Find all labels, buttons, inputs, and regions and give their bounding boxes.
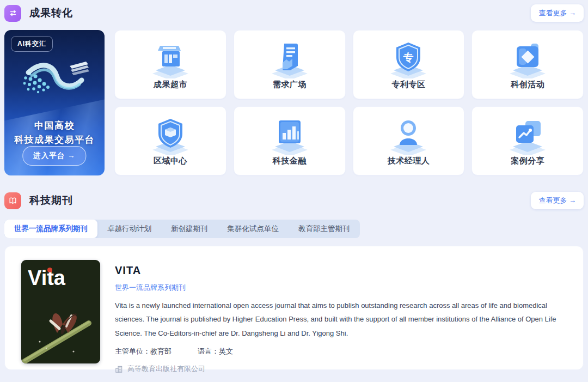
feature-label: 案例分享 bbox=[511, 156, 544, 166]
journal-tabs: 世界一流品牌系列期刊 卓越行动计划 新创建期刊 集群化试点单位 教育部主管期刊 bbox=[4, 220, 360, 238]
svg-text:专: 专 bbox=[403, 52, 414, 63]
journal-publisher-row: 高等教育出版社有限公司 bbox=[115, 364, 567, 374]
journal-name: VITA bbox=[115, 264, 567, 277]
journal-section-title: 科技期刊 bbox=[29, 193, 73, 208]
transfer-arrows-icon bbox=[4, 5, 21, 22]
language-value: 英文 bbox=[219, 347, 233, 355]
transform-section-title: 成果转化 bbox=[29, 6, 73, 20]
language-label: 语言： bbox=[198, 347, 219, 355]
feature-card-patent-zone[interactable]: 专 专利专区 bbox=[353, 30, 465, 99]
journal-meta: 主管单位：教育部 语言：英文 bbox=[115, 347, 567, 356]
feature-card-innovation-activity[interactable]: 科创活动 bbox=[471, 30, 584, 99]
finance-chart-icon bbox=[269, 113, 310, 155]
transform-section-header: 成果转化 查看更多 → bbox=[4, 3, 584, 23]
journal-category-link[interactable]: 世界一流品牌系列期刊 bbox=[115, 283, 186, 293]
journal-view-more-button[interactable]: 查看更多 → bbox=[531, 192, 584, 209]
banner-title-line2: 科技成果交易平台 bbox=[4, 133, 105, 147]
feature-card-tech-finance[interactable]: 科技金融 bbox=[234, 106, 346, 175]
feature-grid: 成果超市 需求广场 bbox=[114, 30, 584, 175]
tab-excellence-plan[interactable]: 卓越行动计划 bbox=[97, 220, 161, 238]
feature-label: 专利专区 bbox=[391, 80, 425, 90]
feature-label: 区域中心 bbox=[154, 156, 187, 166]
patent-shield-icon: 专 bbox=[388, 37, 429, 78]
feature-card-achievement-market[interactable]: 成果超市 bbox=[114, 30, 226, 99]
region-shield-icon bbox=[150, 113, 191, 155]
feature-card-regional-center[interactable]: 区域中心 bbox=[114, 106, 226, 175]
demand-document-icon bbox=[269, 37, 310, 78]
platform-logo-icon bbox=[17, 56, 91, 106]
supervisor-label: 主管单位： bbox=[115, 347, 150, 355]
feature-label: 成果超市 bbox=[154, 80, 187, 90]
journal-section: 科技期刊 查看更多 → 世界一流品牌系列期刊 卓越行动计划 新创建期刊 集群化试… bbox=[4, 191, 584, 370]
journal-section-header: 科技期刊 查看更多 → bbox=[4, 191, 584, 210]
feature-label: 科创活动 bbox=[511, 80, 544, 90]
banner-title: 中国高校 科技成果交易平台 bbox=[4, 119, 105, 148]
journal-language: 语言：英文 bbox=[198, 347, 233, 356]
feature-label: 需求广场 bbox=[273, 80, 307, 90]
tab-moe-supervised[interactable]: 教育部主管期刊 bbox=[289, 220, 360, 238]
tab-world-class-brand[interactable]: 世界一流品牌系列期刊 bbox=[4, 220, 97, 238]
supervisor-value: 教育部 bbox=[150, 347, 171, 355]
journal-info: VITA 世界一流品牌系列期刊 Vita is a newly launched… bbox=[115, 260, 567, 356]
journal-description: Vita is a newly launched international o… bbox=[115, 299, 567, 340]
tab-newly-created[interactable]: 新创建期刊 bbox=[161, 220, 218, 238]
open-book-icon bbox=[4, 192, 21, 209]
page: 成果转化 查看更多 → AI科交汇 bbox=[0, 3, 588, 370]
journal-supervisor: 主管单位：教育部 bbox=[115, 347, 171, 356]
enter-platform-button[interactable]: 进入平台 → bbox=[22, 146, 86, 166]
case-share-icon bbox=[507, 113, 548, 155]
journal-card-vita[interactable]: Vita VITA 世界一流品牌系列期刊 Vita is a newly lau… bbox=[4, 246, 584, 370]
banner-ai-badge: AI科交汇 bbox=[11, 36, 53, 52]
banner-title-line1: 中国高校 bbox=[4, 119, 105, 133]
activity-box-icon bbox=[507, 37, 548, 78]
feature-card-case-share[interactable]: 案例分享 bbox=[471, 106, 584, 175]
publisher-building-icon bbox=[115, 365, 123, 373]
feature-label: 技术经理人 bbox=[388, 156, 430, 166]
journal-publisher: 高等教育出版社有限公司 bbox=[127, 364, 205, 374]
transform-section-body: AI科交汇 bbox=[4, 30, 584, 175]
feature-card-tech-manager[interactable]: 技术经理人 bbox=[353, 106, 465, 175]
platform-banner[interactable]: AI科交汇 bbox=[4, 30, 105, 175]
journal-cover-text: Vita bbox=[28, 266, 66, 289]
storefront-icon bbox=[150, 37, 191, 78]
transform-view-more-button[interactable]: 查看更多 → bbox=[531, 4, 584, 22]
tab-cluster-pilot[interactable]: 集群化试点单位 bbox=[218, 220, 289, 238]
manager-person-icon bbox=[388, 113, 429, 155]
feature-label: 科技金融 bbox=[273, 156, 307, 166]
feature-card-demand-plaza[interactable]: 需求广场 bbox=[234, 30, 346, 99]
journal-cover-image: Vita bbox=[21, 260, 100, 363]
